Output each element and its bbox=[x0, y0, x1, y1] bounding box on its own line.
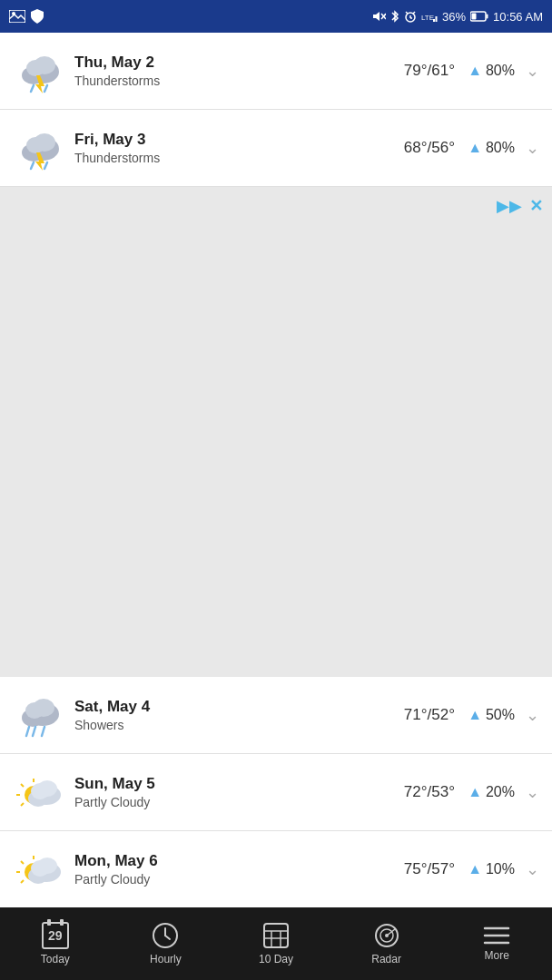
advertisement-area: ▶▶ ✕ bbox=[0, 187, 552, 677]
battery-icon bbox=[470, 11, 488, 22]
expand-chevron-2[interactable]: ⌄ bbox=[518, 705, 539, 725]
nav-radar[interactable]: Radar bbox=[331, 922, 442, 965]
svg-line-29 bbox=[44, 162, 47, 169]
nav-more[interactable]: More bbox=[441, 926, 552, 962]
weather-icon-4 bbox=[13, 842, 67, 897]
radar-icon bbox=[373, 922, 400, 949]
forecast-row-1[interactable]: Fri, May 3 Thunderstorms 68°/56° ▲ 80% ⌄ bbox=[0, 110, 552, 187]
svg-line-8 bbox=[406, 12, 408, 14]
svg-line-36 bbox=[26, 727, 29, 736]
weather-list-top: Thu, May 2 Thunderstorms 79°/61° ▲ 80% ⌄ bbox=[0, 33, 552, 187]
expand-chevron-3[interactable]: ⌄ bbox=[518, 782, 539, 802]
forecast-precip-0: ▲ 80% bbox=[455, 63, 518, 79]
raindrop-icon-4: ▲ bbox=[468, 861, 482, 877]
svg-line-57 bbox=[165, 936, 170, 939]
ad-play-icon[interactable]: ▶▶ bbox=[497, 196, 522, 216]
svg-point-19 bbox=[34, 56, 55, 74]
svg-marker-2 bbox=[373, 12, 380, 21]
ad-close-icon[interactable]: ✕ bbox=[529, 196, 543, 216]
forecast-temp-4: 75°/57° bbox=[373, 860, 455, 878]
bottom-nav: 29 Today Hourly 10 Day Radar bbox=[0, 907, 552, 980]
raindrop-icon-1: ▲ bbox=[468, 140, 482, 156]
forecast-temp-2: 71°/52° bbox=[373, 706, 455, 724]
weather-icon-2 bbox=[13, 688, 67, 742]
alarm-icon bbox=[404, 10, 417, 23]
grid-icon bbox=[262, 922, 290, 949]
forecast-day-0: Thu, May 2 bbox=[74, 54, 373, 72]
forecast-precip-4: ▲ 10% bbox=[455, 861, 518, 877]
forecast-temp-0: 79°/61° bbox=[373, 62, 455, 80]
forecast-precip-2: ▲ 50% bbox=[455, 707, 518, 723]
menu-icon bbox=[483, 926, 510, 946]
raindrop-icon-2: ▲ bbox=[468, 707, 482, 723]
forecast-precip-1: ▲ 80% bbox=[455, 140, 518, 156]
mute-icon bbox=[373, 10, 386, 23]
svg-line-50 bbox=[21, 880, 24, 883]
nav-today-label: Today bbox=[41, 953, 70, 965]
svg-rect-58 bbox=[264, 924, 288, 947]
svg-rect-11 bbox=[433, 19, 435, 22]
expand-chevron-1[interactable]: ⌄ bbox=[518, 138, 539, 158]
forecast-temp-3: 72°/53° bbox=[373, 783, 455, 801]
forecast-row-3[interactable]: Sun, May 5 Partly Cloudy 72°/53° ▲ 20% ⌄ bbox=[0, 754, 552, 831]
status-bar: LTE 36% 10:56 AM bbox=[0, 0, 552, 33]
forecast-info-3: Sun, May 5 Partly Cloudy bbox=[67, 775, 373, 809]
forecast-temp-1: 68°/56° bbox=[373, 139, 455, 157]
forecast-day-4: Mon, May 6 bbox=[74, 852, 373, 870]
weather-icon-3 bbox=[13, 765, 67, 819]
expand-chevron-0[interactable]: ⌄ bbox=[518, 61, 539, 81]
forecast-info-1: Fri, May 3 Thunderstorms bbox=[67, 131, 373, 165]
svg-line-22 bbox=[44, 85, 47, 92]
forecast-info-4: Mon, May 6 Partly Cloudy bbox=[67, 852, 373, 887]
svg-line-35 bbox=[42, 727, 44, 736]
forecast-condition-4: Partly Cloudy bbox=[74, 872, 373, 887]
expand-chevron-4[interactable]: ⌄ bbox=[518, 859, 539, 879]
signal-icon: LTE bbox=[421, 10, 438, 23]
forecast-condition-1: Thunderstorms bbox=[74, 151, 373, 165]
nav-ten-day[interactable]: 10 Day bbox=[221, 922, 331, 965]
svg-line-41 bbox=[21, 803, 24, 806]
today-calendar-icon: 29 bbox=[42, 922, 69, 949]
forecast-row-2[interactable]: Sat, May 4 Showers 71°/52° ▲ 50% ⌄ bbox=[0, 677, 552, 754]
svg-rect-15 bbox=[472, 14, 477, 20]
svg-point-26 bbox=[34, 133, 55, 152]
nav-hourly[interactable]: Hourly bbox=[111, 922, 222, 965]
nav-today[interactable]: 29 Today bbox=[0, 922, 111, 965]
forecast-precip-3: ▲ 20% bbox=[455, 784, 518, 800]
svg-line-48 bbox=[21, 861, 24, 864]
forecast-condition-2: Showers bbox=[74, 718, 373, 732]
forecast-row-0[interactable]: Thu, May 2 Thunderstorms 79°/61° ▲ 80% ⌄ bbox=[0, 33, 552, 110]
nav-ten-day-label: 10 Day bbox=[259, 953, 293, 965]
weather-list-bottom: Sat, May 4 Showers 71°/52° ▲ 50% ⌄ bbox=[0, 677, 552, 907]
shield-icon bbox=[31, 9, 44, 24]
svg-line-39 bbox=[21, 784, 24, 787]
svg-line-28 bbox=[31, 162, 34, 169]
ad-controls[interactable]: ▶▶ ✕ bbox=[497, 196, 543, 216]
forecast-info-0: Thu, May 2 Thunderstorms bbox=[67, 54, 373, 88]
image-icon bbox=[9, 10, 25, 23]
svg-rect-14 bbox=[487, 15, 488, 19]
bluetooth-icon bbox=[390, 10, 399, 23]
forecast-condition-3: Partly Cloudy bbox=[74, 795, 373, 809]
battery-percent: 36% bbox=[442, 10, 466, 24]
clock-icon bbox=[152, 922, 179, 949]
forecast-condition-0: Thunderstorms bbox=[74, 74, 373, 88]
forecast-day-3: Sun, May 5 bbox=[74, 775, 373, 793]
nav-hourly-label: Hourly bbox=[150, 953, 182, 965]
svg-line-9 bbox=[413, 12, 415, 14]
forecast-day-2: Sat, May 4 bbox=[74, 698, 373, 716]
svg-line-34 bbox=[33, 727, 35, 736]
svg-point-33 bbox=[33, 699, 54, 717]
svg-text:LTE: LTE bbox=[421, 14, 434, 22]
svg-rect-12 bbox=[436, 16, 438, 22]
weather-icon-1 bbox=[13, 121, 67, 175]
svg-point-54 bbox=[37, 858, 57, 874]
svg-line-21 bbox=[31, 85, 34, 92]
raindrop-icon-3: ▲ bbox=[468, 784, 482, 800]
status-bar-left bbox=[9, 9, 44, 24]
forecast-row-4[interactable]: Mon, May 6 Partly Cloudy 75°/57° ▲ 10% ⌄ bbox=[0, 831, 552, 907]
nav-radar-label: Radar bbox=[371, 953, 401, 965]
svg-point-45 bbox=[37, 780, 57, 797]
nav-more-label: More bbox=[485, 949, 509, 962]
forecast-info-2: Sat, May 4 Showers bbox=[67, 698, 373, 732]
